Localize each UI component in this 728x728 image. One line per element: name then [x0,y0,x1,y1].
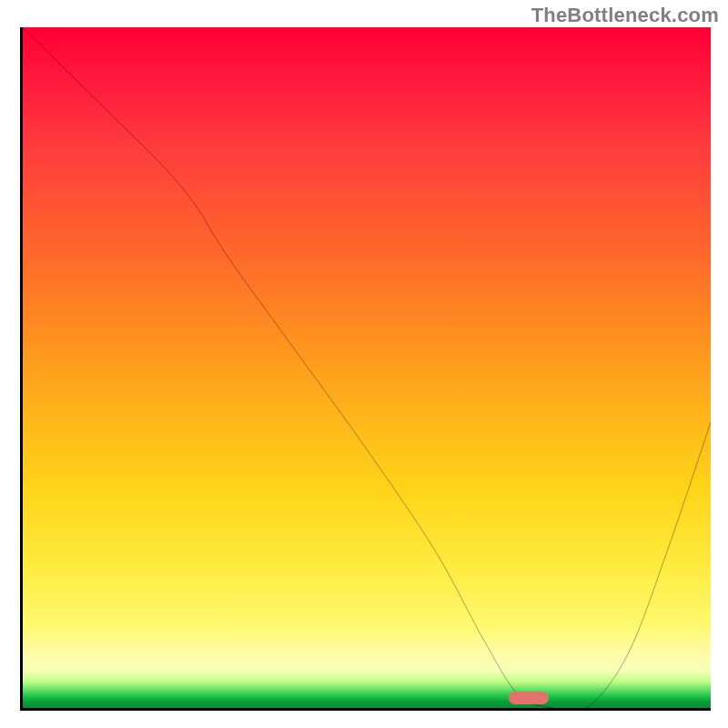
optimal-range-marker [509,692,549,704]
chart-stage: TheBottleneck.com [0,0,728,728]
plot-area [20,27,711,711]
watermark-text: TheBottleneck.com [531,4,719,27]
bottleneck-curve [23,27,711,708]
